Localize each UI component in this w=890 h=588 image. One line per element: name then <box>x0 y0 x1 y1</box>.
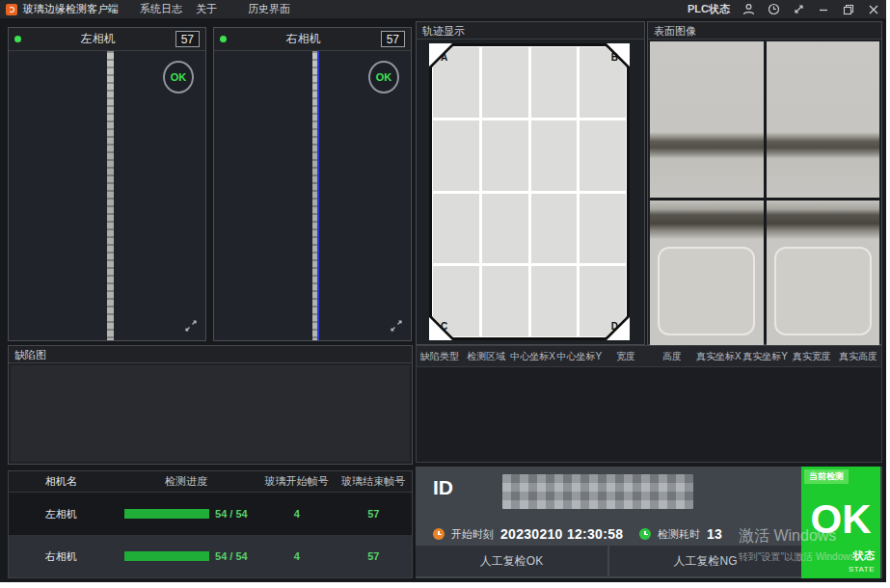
result-panel: ID 开始时刻 20230210 12:30:58 检测耗时 13 人工复检OK… <box>416 467 882 578</box>
clock-icon[interactable] <box>767 3 780 16</box>
progress-table-header: 相机名 检测进度 玻璃开始帧号 玻璃结束帧号 <box>9 471 412 493</box>
col-real-height: 真实高度 <box>835 350 881 363</box>
menu-history[interactable]: 历史界面 <box>248 2 290 16</box>
camera-name: 右相机 <box>9 549 114 564</box>
trajectory-grid-cell <box>531 47 578 118</box>
corner-label-b: B <box>611 52 618 63</box>
surface-image[interactable] <box>650 41 764 198</box>
defect-table-body[interactable] <box>417 367 881 462</box>
col-real-width: 真实宽度 <box>789 350 835 363</box>
menu-about[interactable]: 关于 <box>196 2 217 16</box>
current-result-status-box: 当前检测 OK 状态 STATE <box>801 467 880 578</box>
trajectory-grid-cell <box>580 194 626 264</box>
state-label-en: STATE <box>849 565 875 574</box>
trajectory-grid-cell <box>531 120 578 191</box>
corner-label-d: D <box>611 321 618 332</box>
defect-table: 缺陷类型 检测区域 中心坐标X 中心坐标Y 宽度 高度 真实坐标X 真实坐标Y … <box>416 345 882 463</box>
progress-text: 54 / 54 <box>215 550 248 562</box>
col-camera-name: 相机名 <box>9 474 114 489</box>
right-camera-frame-count: 57 <box>381 31 405 47</box>
status-ok-value: OK <box>801 499 880 540</box>
camera-progress-table: 相机名 检测进度 玻璃开始帧号 玻璃结束帧号 左相机 54 / 54 4 57 … <box>8 470 413 578</box>
corner-label-a: A <box>441 52 447 63</box>
close-button[interactable] <box>867 3 880 16</box>
col-end-frame: 玻璃结束帧号 <box>336 474 412 489</box>
start-frame-value: 4 <box>258 550 335 562</box>
manual-recheck-ok-button[interactable]: 人工复检OK <box>416 546 607 576</box>
start-time-value: 20230210 12:30:58 <box>500 526 623 542</box>
trajectory-grid <box>433 47 626 336</box>
start-time-group: 开始时刻 20230210 12:30:58 <box>433 526 623 542</box>
title-bar: 玻璃边缘检测客户端 系统日志 关于 历史界面 PLC状态 <box>0 0 886 18</box>
surface-image[interactable] <box>650 200 764 345</box>
defect-map-panel: 缺陷图 <box>8 345 413 465</box>
right-camera-ok-badge: OK <box>368 61 399 94</box>
col-width: 宽度 <box>603 350 649 363</box>
glass-outline: A B C D <box>429 43 630 340</box>
right-camera-view: OK <box>214 51 411 340</box>
minimize-button[interactable] <box>817 3 830 16</box>
id-label: ID <box>433 476 453 499</box>
left-camera-panel: 左相机 57 OK <box>8 27 206 341</box>
col-center-x: 中心坐标X <box>509 350 555 363</box>
trajectory-grid-cell <box>433 120 479 191</box>
trajectory-grid-cell <box>482 120 528 191</box>
right-camera-header: 右相机 57 <box>214 28 411 51</box>
left-camera-header: 左相机 57 <box>9 28 205 51</box>
elapsed-value: 13 <box>707 526 722 542</box>
end-frame-value: 57 <box>336 508 412 520</box>
progress-bar <box>124 551 209 561</box>
glass-edge-strip <box>107 51 114 340</box>
defect-map-title: 缺陷图 <box>9 346 412 363</box>
col-real-y: 真实坐标Y <box>742 350 788 363</box>
progress-text: 54 / 54 <box>215 508 248 520</box>
col-defect-type: 缺陷类型 <box>417 350 463 363</box>
glass-edge-strip <box>312 51 319 340</box>
resize-arrows-icon[interactable] <box>792 3 805 16</box>
progress-bar <box>124 509 209 519</box>
camera-status-dot <box>14 36 21 42</box>
corner-label-c: C <box>441 321 447 332</box>
trajectory-grid-cell <box>433 194 479 264</box>
trajectory-canvas: A B C D <box>417 40 644 344</box>
start-time-label: 开始时刻 <box>451 527 494 542</box>
surface-image[interactable] <box>767 41 880 198</box>
expand-icon[interactable] <box>184 319 198 333</box>
elapsed-clock-icon <box>639 528 651 540</box>
table-row-right-camera[interactable]: 右相机 54 / 54 4 57 <box>9 535 412 577</box>
user-icon[interactable] <box>742 3 755 16</box>
trajectory-grid-cell <box>482 194 528 264</box>
col-real-x: 真实坐标X <box>695 350 742 363</box>
surface-image-grid <box>650 41 879 342</box>
table-row-left-camera[interactable]: 左相机 54 / 54 4 57 <box>9 493 412 535</box>
trajectory-grid-cell <box>531 194 578 264</box>
camera-status-dot <box>220 36 227 42</box>
defect-table-header: 缺陷类型 检测区域 中心坐标X 中心坐标Y 宽度 高度 真实坐标X 真实坐标Y … <box>417 346 881 367</box>
restore-button[interactable] <box>842 3 855 16</box>
trajectory-grid-cell <box>482 47 528 118</box>
trajectory-grid-cell <box>482 266 528 336</box>
state-label-cn: 状态 <box>853 548 875 563</box>
camera-name: 左相机 <box>9 507 114 521</box>
col-center-y: 中心坐标Y <box>556 350 603 363</box>
plc-status-label: PLC状态 <box>688 2 730 16</box>
trajectory-panel-title: 轨迹显示 <box>417 22 644 40</box>
id-value-redacted <box>502 474 693 509</box>
app-logo-icon <box>6 4 17 15</box>
right-camera-title: 右相机 <box>227 31 381 47</box>
left-camera-title: 左相机 <box>21 31 175 47</box>
expand-icon[interactable] <box>390 319 403 333</box>
manual-recheck-ng-button[interactable]: 人工复检NG <box>609 546 801 576</box>
current-detection-label: 当前检测 <box>804 469 849 484</box>
trajectory-panel: 轨迹显示 <box>416 21 645 345</box>
surface-image[interactable] <box>767 200 880 345</box>
surface-panel-title: 表面图像 <box>648 22 881 40</box>
left-camera-frame-count: 57 <box>175 31 200 47</box>
menu-system-log[interactable]: 系统日志 <box>140 2 182 16</box>
trajectory-grid-cell <box>531 266 578 336</box>
col-height: 高度 <box>649 350 695 363</box>
right-camera-panel: 右相机 57 OK <box>213 27 412 341</box>
end-frame-value: 57 <box>336 550 412 562</box>
elapsed-group: 检测耗时 13 <box>639 526 722 542</box>
left-camera-view: OK <box>9 51 205 340</box>
